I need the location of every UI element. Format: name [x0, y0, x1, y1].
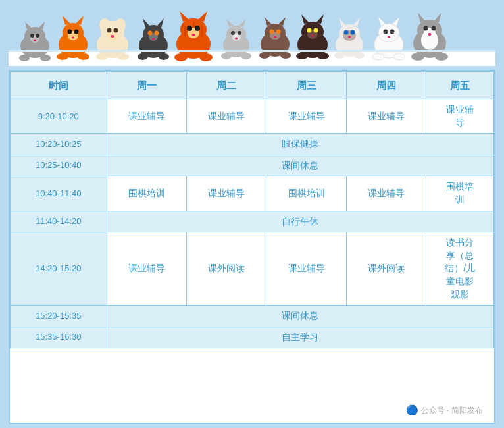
cell-activity: 读书分 享（总 结）/儿 童电影 观影 — [426, 232, 494, 306]
svg-point-81 — [314, 28, 318, 33]
svg-point-52 — [192, 34, 195, 36]
svg-point-113 — [424, 26, 428, 31]
svg-point-40 — [138, 53, 148, 60]
cell-full-activity: 自主学习 — [107, 327, 493, 348]
svg-point-116 — [411, 53, 424, 61]
cell-activity: 课业辅导 — [107, 99, 186, 134]
svg-point-30 — [96, 53, 108, 60]
cell-time: 14:20-15:20 — [11, 232, 107, 306]
svg-point-19 — [72, 37, 74, 39]
svg-point-38 — [155, 31, 159, 36]
table-row: 10:40-11:40围棋培训课业辅导围棋培训课业辅导围棋培 训 — [11, 176, 494, 211]
svg-point-63 — [221, 53, 232, 59]
header-fri: 周五 — [426, 72, 494, 99]
svg-point-53 — [174, 53, 188, 61]
cell-activity: 课业辅导 — [186, 99, 266, 134]
svg-point-37 — [148, 31, 153, 36]
header-wed: 周三 — [266, 72, 346, 99]
svg-point-80 — [307, 28, 312, 33]
watermark-text: 公众号 · 简阳发布 — [421, 405, 483, 416]
svg-point-21 — [78, 53, 89, 60]
svg-point-31 — [117, 53, 129, 60]
cell-activity: 课业辅导 — [346, 176, 426, 211]
svg-point-50 — [187, 26, 192, 31]
cell-activity: 课业辅导 — [186, 176, 266, 211]
svg-point-84 — [317, 53, 329, 59]
cell-activity: 围棋培训 — [107, 176, 186, 211]
cell-activity: 课外阅读 — [346, 232, 426, 306]
svg-point-117 — [435, 53, 448, 61]
svg-point-28 — [114, 28, 118, 33]
cell-full-activity: 课间休息 — [107, 155, 493, 176]
svg-point-54 — [199, 53, 213, 61]
svg-point-64 — [241, 53, 251, 59]
svg-point-83 — [296, 53, 308, 59]
cell-full-activity: 眼保健操 — [107, 134, 493, 155]
svg-point-9 — [34, 40, 36, 41]
svg-point-115 — [428, 33, 432, 36]
table-row: 15:35-16:30自主学习 — [11, 327, 494, 348]
cell-full-activity: 课间休息 — [107, 306, 493, 327]
cell-activity: 课外阅读 — [186, 232, 266, 306]
cell-activity: 围棋培训 — [266, 176, 346, 211]
cell-activity: 课业辅导 — [266, 99, 346, 134]
table-row: 9:20-10:20课业辅导课业辅导课业辅导课业辅导课业辅 导 — [11, 99, 494, 134]
svg-point-94 — [354, 52, 365, 59]
cell-time: 9:20-10:20 — [11, 99, 107, 134]
header-thu: 周四 — [346, 72, 426, 99]
svg-point-93 — [334, 52, 345, 59]
svg-point-102 — [388, 36, 390, 38]
svg-point-8 — [36, 34, 39, 38]
svg-point-29 — [111, 35, 114, 38]
cell-time: 15:35-16:30 — [11, 327, 107, 348]
table-header-row: 时间 周一 周二 周三 周四 周五 — [11, 72, 494, 99]
svg-point-7 — [30, 34, 34, 38]
cell-activity: 课业辅导 — [346, 99, 426, 134]
cats-row — [0, 0, 504, 66]
cats-illustration — [9, 0, 495, 66]
svg-point-17 — [68, 30, 72, 34]
table-row: 10:25-10:40课间休息 — [11, 155, 494, 176]
svg-point-82 — [311, 35, 314, 37]
svg-point-114 — [432, 26, 436, 31]
table-row: 10:20-10:25眼保健操 — [11, 134, 494, 155]
svg-point-41 — [159, 53, 169, 60]
svg-point-106 — [393, 53, 405, 60]
cell-activity: 围棋培 训 — [426, 176, 494, 211]
cat-banner — [0, 0, 504, 66]
svg-point-27 — [107, 28, 112, 33]
svg-point-11 — [40, 55, 51, 61]
cell-time: 11:40-14:20 — [11, 211, 107, 232]
cell-time: 10:25-10:40 — [11, 155, 107, 176]
cell-full-activity: 自行午休 — [107, 211, 493, 232]
svg-point-10 — [19, 55, 30, 61]
table-row: 15:20-15:35课间休息 — [11, 306, 494, 327]
svg-point-73 — [259, 52, 270, 59]
svg-point-92 — [348, 36, 351, 38]
cell-activity: 课业辅导 — [107, 232, 186, 306]
watermark-icon: 🔵 — [406, 404, 418, 416]
header-mon: 周一 — [107, 72, 186, 99]
svg-point-62 — [235, 38, 238, 40]
svg-point-51 — [195, 26, 200, 31]
cell-time: 10:40-11:40 — [11, 176, 107, 211]
cell-time: 15:20-15:35 — [11, 306, 107, 327]
svg-point-61 — [238, 31, 241, 35]
main-container: 时间 周一 周二 周三 周四 周五 9:20-10:20课业辅导课业辅导课业辅导… — [0, 0, 504, 428]
svg-point-39 — [152, 38, 155, 40]
header-time: 时间 — [11, 72, 107, 99]
cell-activity: 课业辅 导 — [426, 99, 494, 134]
svg-point-74 — [280, 52, 291, 59]
schedule-table-wrapper: 时间 周一 周二 周三 周四 周五 9:20-10:20课业辅导课业辅导课业辅导… — [9, 70, 495, 424]
svg-point-90 — [344, 30, 349, 35]
svg-point-18 — [74, 30, 79, 34]
svg-point-91 — [351, 30, 355, 35]
svg-point-72 — [274, 36, 276, 38]
svg-point-71 — [276, 30, 281, 34]
schedule-table: 时间 周一 周二 周三 周四 周五 9:20-10:20课业辅导课业辅导课业辅导… — [10, 71, 494, 348]
cell-time: 10:20-10:25 — [11, 134, 107, 155]
cell-activity: 课业辅导 — [266, 232, 346, 306]
svg-point-60 — [231, 31, 235, 35]
svg-point-20 — [57, 53, 68, 60]
svg-rect-118 — [9, 50, 495, 52]
